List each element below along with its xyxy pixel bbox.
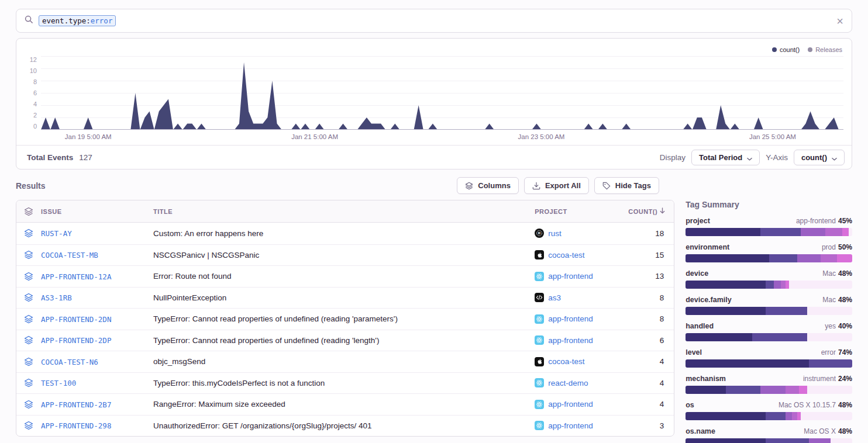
issue-layers-icon [16,335,41,345]
tag-bar-segment[interactable] [766,412,786,420]
issue-link[interactable]: RUST-AY [41,229,72,238]
project-link[interactable]: app-frontend [535,421,628,430]
issue-link[interactable]: APP-FRONTEND-298 [41,421,111,430]
tag-top-percentage: 48% [838,296,852,304]
issue-link[interactable]: AS3-1RB [41,293,72,302]
column-header-project[interactable]: PROJECT [535,208,628,215]
y-tick-label: 4 [33,101,37,108]
clear-search-icon[interactable]: × [836,15,843,27]
tag-bar-segment[interactable] [837,254,852,262]
tag-bar-segment[interactable] [686,438,766,443]
tag-bar-segment[interactable] [686,412,766,420]
export-all-button[interactable]: Export All [524,177,589,194]
tag-bar-segment[interactable] [766,438,809,443]
legend-item[interactable]: count() [772,44,800,55]
tag-summary-item: osMac OS X 10.15.748% [686,401,852,420]
issue-layers-icon [16,250,41,259]
tag-bar-segment[interactable] [769,254,797,262]
project-link[interactable]: Rrust [535,229,628,238]
project-link[interactable]: react-demo [535,378,628,387]
project-link[interactable]: app-frontend [535,272,628,281]
legend-item[interactable]: Releases [808,44,842,55]
y-tick-label: 8 [33,78,37,85]
tag-bar-segment[interactable] [686,359,809,368]
column-header-title[interactable]: TITLE [153,208,535,215]
tag-bar-segment[interactable] [686,307,766,315]
issue-link[interactable]: APP-FRONTEND-2DN [41,315,111,324]
tag-bar-segment[interactable] [821,254,837,262]
search-query-token[interactable]: event.type:error [39,15,116,26]
tag-distribution-bar [686,228,852,236]
tag-bar-segment[interactable] [726,386,761,394]
y-tick-label: 10 [30,67,37,74]
tag-bar-segment[interactable] [686,333,752,341]
tag-bar-segment[interactable] [797,254,821,262]
tag-name: project [686,217,710,225]
tag-bar-segment[interactable] [825,228,842,236]
react-platform-icon [535,314,544,324]
tag-bar-segment[interactable] [760,386,786,394]
tag-summary-item: handledyes40% [686,322,852,341]
project-link[interactable]: app-frontend [535,335,628,345]
project-link[interactable]: app-frontend [535,314,628,324]
tag-bar-segment[interactable] [799,386,807,394]
issue-link[interactable]: COCOA-TEST-MB [41,251,98,259]
column-header-count[interactable]: COUNT() [628,207,674,215]
columns-button[interactable]: Columns [457,177,519,194]
tag-bar-segment[interactable] [686,254,769,262]
column-header-issue[interactable]: ISSUE [41,208,153,215]
tag-bar-segment[interactable] [842,228,849,236]
tag-bar-segment[interactable] [766,307,807,315]
display-dropdown-value: Total Period [699,153,742,162]
total-events-value: 127 [79,153,92,162]
tag-bar-remainder [831,438,852,443]
tag-bar-segment[interactable] [766,281,774,289]
issue-link[interactable]: COCOA-TEST-N6 [41,358,98,366]
tag-bar-segment[interactable] [752,333,807,341]
issue-link[interactable]: APP-FRONTEND-2DP [41,336,111,345]
issue-link[interactable]: APP-FRONTEND-12A [41,272,111,281]
project-link[interactable]: cocoa-test [535,357,628,366]
table-row: APP-FRONTEND-2DNTypeError: Cannot read p… [16,308,674,330]
tag-bar-segment[interactable] [781,281,786,289]
display-dropdown[interactable]: Total Period [691,150,760,165]
results-title: Results [16,181,46,191]
chart-legend: count()Releases [16,39,852,55]
tag-bar-segment[interactable] [686,228,760,236]
project-link[interactable]: app-frontend [535,400,628,409]
sort-desc-arrow-icon [659,207,666,215]
chevron-down-icon [832,155,837,160]
tag-bar-remainder [789,281,852,289]
yaxis-dropdown[interactable]: count() [794,150,845,165]
hide-tags-button[interactable]: Hide Tags [594,177,659,194]
yaxis-label: Y-Axis [766,153,788,162]
project-link[interactable]: as3 [535,293,628,302]
tag-top-percentage: 45% [838,217,852,225]
tag-bar-segment[interactable] [686,281,766,289]
search-bar[interactable]: event.type:error × [16,9,852,33]
issue-link[interactable]: TEST-100 [41,379,76,387]
issue-link[interactable]: APP-FRONTEND-2B7 [41,400,111,409]
tag-top-percentage: 50% [838,243,852,251]
tag-bar-segment[interactable] [760,228,800,236]
events-area-chart[interactable] [41,56,843,130]
event-count: 4 [628,400,674,409]
tag-bar-segment[interactable] [774,281,780,289]
table-row: APP-FRONTEND-298UnauthorizedError: GET /… [16,415,674,437]
tag-bar-segment[interactable] [801,228,826,236]
apple-platform-icon [535,357,544,366]
tag-bar-segment[interactable] [786,412,792,420]
project-link[interactable]: cocoa-test [535,250,628,259]
tag-bar-segment[interactable] [809,438,831,443]
tag-name: level [686,348,702,357]
tag-top-value: prod [822,243,836,251]
search-icon [25,15,33,26]
issue-layers-icon [16,357,41,366]
tag-bar-segment[interactable] [792,412,797,420]
table-header-row: ISSUE TITLE PROJECT COUNT() [16,200,674,223]
tag-bar-segment[interactable] [809,359,852,368]
tag-bar-segment[interactable] [786,386,799,394]
tag-top-value: Mac OS X [804,427,836,435]
tag-top-percentage: 48% [838,427,852,435]
tag-bar-segment[interactable] [686,386,725,394]
